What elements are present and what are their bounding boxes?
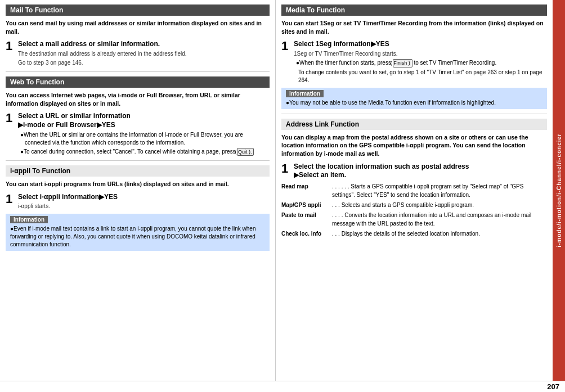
- web-step-title: Select a URL or similar information ▶i-m…: [18, 112, 270, 129]
- media-info-text: ●You may not be able to use the Media To…: [286, 99, 542, 107]
- mail-step-title: Select a mail address or similar informa…: [18, 40, 270, 49]
- media-step1: 1 Select 1Seg information▶YES 1Seg or TV…: [281, 40, 547, 84]
- iappli-info-text: ●Even if i-mode mail text contains a lin…: [10, 225, 265, 249]
- mail-section: Mail To Function You can send mail by us…: [6, 4, 270, 67]
- iappli-step-title: Select i-αppli information▶YES: [18, 193, 270, 202]
- web-step-num: 1: [6, 112, 15, 124]
- mail-step-num: 1: [6, 40, 15, 52]
- iappli-info-label: Information: [10, 216, 48, 223]
- right-column: Media To Function You can start 1Seg or …: [276, 0, 553, 381]
- address-row: Paste to mail. . . . Converts the locati…: [281, 211, 547, 228]
- address-val: . . . . . . Starts a GPS compatible i-αp…: [332, 182, 547, 199]
- media-section-title: Media To Function: [281, 4, 547, 16]
- web-step1: 1 Select a URL or similar information ▶i…: [6, 112, 270, 156]
- address-table: Read map. . . . . . Starts a GPS compati…: [281, 182, 547, 238]
- mail-step-sub2: Go to step 3 on page 146.: [18, 59, 270, 67]
- finish-button-label: ( Finish ): [393, 59, 412, 67]
- web-section-body: You can access Internet web pages, via i…: [6, 91, 270, 107]
- address-section: Address Link Function You can display a …: [281, 119, 547, 238]
- mail-step-content: Select a mail address or similar informa…: [18, 40, 270, 67]
- iappli-section-body: You can start i-αppli programs from URLs…: [6, 180, 270, 188]
- iappli-step-sub: i-αppli starts.: [18, 202, 270, 210]
- address-section-title: Address Link Function: [281, 119, 547, 130]
- divider-3: [281, 114, 547, 114]
- mail-section-body: You can send mail by using mail addresse…: [6, 19, 270, 35]
- address-step-content: Select the location information such as …: [294, 163, 547, 180]
- page-number: 207: [0, 381, 565, 392]
- quit-button-label: ( Quit ).: [237, 148, 254, 156]
- address-key: Check loc. info: [281, 229, 332, 238]
- media-step-sub1: 1Seg or TV Timer/Timer Recording starts.: [294, 50, 547, 58]
- media-bullet1: ●When the timer function starts, press (…: [294, 59, 547, 67]
- two-column-layout: Mail To Function You can send mail by us…: [0, 0, 565, 381]
- iappli-section: i-αppli To Function You can start i-αppl…: [6, 165, 270, 251]
- web-section: Web To Function You can access Internet …: [6, 76, 270, 156]
- address-step-title: Select the location information such as …: [294, 163, 547, 180]
- main-content: Mail To Function You can send mail by us…: [0, 0, 565, 392]
- web-step-content: Select a URL or similar information ▶i-m…: [18, 112, 270, 156]
- web-bullet1: ●When the URL or similar one contains th…: [18, 131, 270, 147]
- web-section-title: Web To Function: [6, 76, 270, 88]
- iappli-step1: 1 Select i-αppli information▶YES i-αppli…: [6, 193, 270, 211]
- address-row: Map/GPS αppli. . . Selects and starts a …: [281, 201, 547, 209]
- media-info-box: Information ●You may not be able to use …: [281, 88, 547, 109]
- media-section: Media To Function You can start 1Seg or …: [281, 4, 547, 109]
- divider-2: [6, 160, 270, 161]
- iappli-section-title: i-αppli To Function: [6, 165, 270, 177]
- address-val: . . . . Converts the location informatio…: [332, 211, 547, 228]
- sidebar-text: i-mode/i-motion/i-Channel/i-concier: [556, 133, 562, 247]
- sidebar: i-mode/i-motion/i-Channel/i-concier: [553, 0, 565, 381]
- iappli-info-box: Information ●Even if i-mode mail text co…: [6, 214, 270, 251]
- media-info-label: Information: [286, 90, 324, 97]
- address-step1: 1 Select the location information such a…: [281, 163, 547, 180]
- left-column: Mail To Function You can send mail by us…: [0, 0, 276, 381]
- iappli-step-content: Select i-αppli information▶YES i-αppli s…: [18, 193, 270, 211]
- address-val: . . . Displays the details of the select…: [332, 229, 547, 238]
- media-bullet2: To change contents you want to set, go t…: [294, 69, 547, 84]
- address-key: Read map: [281, 182, 332, 199]
- mail-step-sub1: The destination mail address is already …: [18, 50, 270, 58]
- divider-1: [6, 71, 270, 72]
- mail-step1: 1 Select a mail address or similar infor…: [6, 40, 270, 67]
- address-section-body: You can display a map from the postal ad…: [281, 133, 547, 158]
- iappli-step-num: 1: [6, 193, 15, 205]
- address-key: Map/GPS αppli: [281, 201, 332, 209]
- address-step-num: 1: [281, 163, 290, 175]
- web-bullet2: ●To cancel during connection, select "Ca…: [18, 148, 270, 156]
- address-key: Paste to mail: [281, 211, 332, 228]
- media-step-content: Select 1Seg information▶YES 1Seg or TV T…: [294, 40, 547, 84]
- media-section-body: You can start 1Seg or set TV Timer/Timer…: [281, 19, 547, 35]
- mail-section-title: Mail To Function: [6, 4, 270, 16]
- media-step-title: Select 1Seg information▶YES: [294, 40, 547, 49]
- address-val: . . . Selects and starts a GPS compatibl…: [332, 201, 547, 209]
- media-step-num: 1: [281, 40, 290, 52]
- address-row: Read map. . . . . . Starts a GPS compati…: [281, 182, 547, 199]
- address-row: Check loc. info. . . Displays the detail…: [281, 229, 547, 238]
